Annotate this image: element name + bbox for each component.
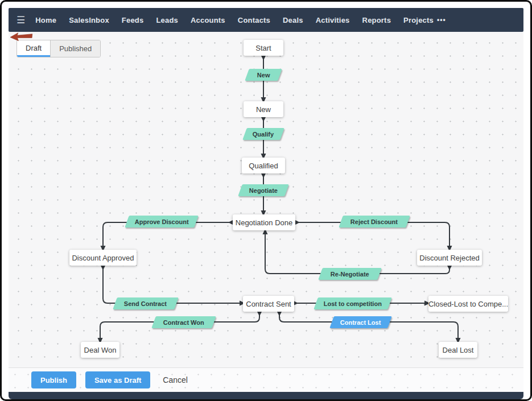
- state-node-qualified[interactable]: Qualified: [242, 158, 285, 173]
- nav-item-leads[interactable]: Leads: [156, 16, 178, 24]
- transition-new[interactable]: New: [245, 69, 282, 81]
- tab-published[interactable]: Published: [50, 40, 100, 57]
- transition-label: Re-Negotiate: [331, 270, 369, 277]
- red-arrow-left-icon: [9, 32, 34, 42]
- transition-qualify[interactable]: Qualify: [242, 128, 284, 140]
- transition-label: Qualify: [253, 130, 274, 137]
- nav-item-reports[interactable]: Reports: [362, 16, 391, 24]
- blueprint-editor-window: ☰ HomeSalesInboxFeedsLeadsAccountsContac…: [0, 0, 532, 401]
- state-node-deal-won[interactable]: Deal Won: [81, 342, 119, 358]
- save-as-draft-button[interactable]: Save as Draft: [85, 371, 150, 388]
- action-bar: Publish Save as Draft Cancel: [9, 367, 523, 392]
- transition-re-negotiate[interactable]: Re-Negotiate: [318, 268, 382, 280]
- view-tabs: Draft Published: [17, 40, 101, 57]
- transition-contract-lost[interactable]: Contract Lost: [329, 316, 392, 328]
- nav-item-deals[interactable]: Deals: [283, 16, 303, 24]
- hamburger-icon[interactable]: ☰: [17, 15, 25, 25]
- state-node-discount-approved[interactable]: Discount Approved: [69, 250, 137, 266]
- transition-lost-to-competition[interactable]: Lost to competition: [314, 297, 392, 309]
- transition-label: Negotiate: [249, 187, 278, 193]
- state-node-contract-sent[interactable]: Contract Sent: [243, 296, 294, 312]
- transition-label: Contract Lost: [340, 319, 381, 325]
- state-node-deal-lost[interactable]: Deal Lost: [439, 342, 477, 358]
- transition-send-contract[interactable]: Send Contract: [113, 297, 179, 309]
- publish-button[interactable]: Publish: [31, 371, 76, 388]
- nav-item-salesinbox[interactable]: SalesInbox: [69, 16, 109, 24]
- blueprint-canvas[interactable]: Draft Published NewQualifyNegotiateAppro…: [9, 32, 523, 367]
- nav-item-projects[interactable]: Projects: [403, 16, 434, 24]
- state-node-start[interactable]: Start: [244, 40, 283, 56]
- edge-connectors: [9, 32, 523, 367]
- top-navbar: ☰ HomeSalesInboxFeedsLeadsAccountsContac…: [9, 8, 523, 32]
- transition-label: Reject Discount: [350, 218, 398, 225]
- transition-reject-discount[interactable]: Reject Discount: [339, 216, 410, 228]
- nav-item-accounts[interactable]: Accounts: [191, 16, 225, 24]
- state-node-negotiation-done[interactable]: Negotiation Done: [233, 214, 295, 230]
- window-bottom-bar: [9, 392, 523, 399]
- transition-negotiate[interactable]: Negotiate: [238, 184, 289, 196]
- nav-more-button[interactable]: •••: [437, 16, 446, 24]
- nav-item-contacts[interactable]: Contacts: [238, 16, 270, 24]
- top-navbar-items: HomeSalesInboxFeedsLeadsAccountsContacts…: [35, 16, 434, 24]
- nav-item-feeds[interactable]: Feeds: [122, 16, 144, 24]
- cancel-button[interactable]: Cancel: [159, 375, 191, 385]
- transition-label: New: [257, 71, 270, 78]
- transition-label: Lost to competition: [324, 300, 382, 307]
- transition-approve-discount[interactable]: Approve Discount: [125, 216, 199, 228]
- nav-item-home[interactable]: Home: [35, 16, 56, 24]
- tab-draft[interactable]: Draft: [17, 40, 50, 57]
- state-node-new[interactable]: New: [244, 101, 283, 117]
- state-node-closed-lost[interactable]: Closed-Lost to Compe...: [428, 296, 508, 312]
- transition-contract-won[interactable]: Contract Won: [151, 316, 216, 328]
- state-node-discount-rejected[interactable]: Discount Rejected: [417, 250, 482, 266]
- transition-label: Approve Discount: [135, 218, 189, 225]
- nav-item-activities[interactable]: Activities: [316, 16, 350, 24]
- transition-label: Contract Won: [163, 319, 204, 325]
- transition-label: Send Contract: [124, 300, 167, 307]
